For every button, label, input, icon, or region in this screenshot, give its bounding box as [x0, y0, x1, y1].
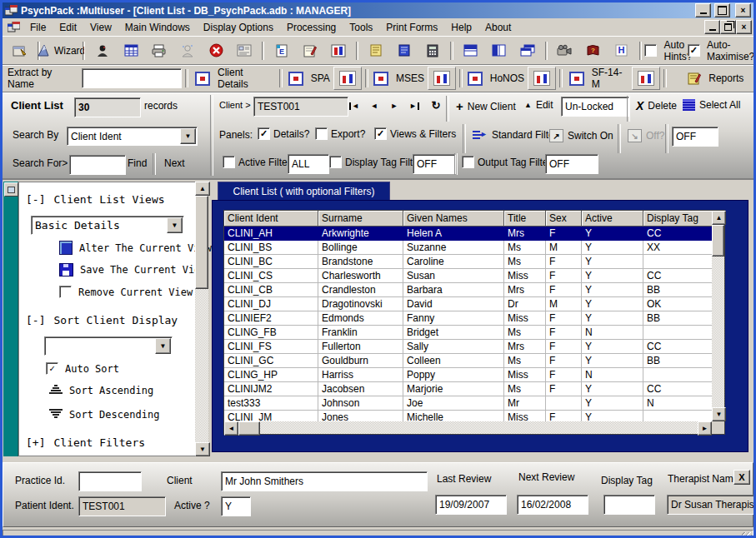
reports-button[interactable]: Reports — [685, 67, 748, 90]
column-header-title[interactable]: Title — [504, 211, 546, 227]
section-client-list-views[interactable]: [-]Client List Views — [26, 193, 165, 206]
menu-item-file[interactable]: File — [23, 20, 53, 35]
table-row[interactable]: CLING_FBFranklinBridgetMsFN — [224, 326, 712, 340]
display-tag-filter-checkbox[interactable] — [329, 156, 342, 168]
table-row[interactable]: CLINIJM2JacobsenMarjorieMsFYCC — [224, 382, 712, 396]
table-row[interactable]: CLINI_DJDragotinovskiDavidDrMYOKC-020823 — [224, 297, 712, 311]
column-header-active[interactable]: Active — [582, 211, 643, 227]
calculator-button[interactable] — [418, 39, 447, 62]
view-select[interactable]: Basic Details▼ — [31, 216, 184, 235]
switch-on-button[interactable]: ↗Switch On — [546, 127, 617, 144]
panel-toggle-button[interactable] — [4, 182, 18, 197]
spa-button[interactable]: SPA — [286, 67, 333, 90]
table-row[interactable]: CLINI_AHArkwrighteHelen AMrsFYCCC-020837 — [224, 227, 712, 241]
maximize-button[interactable] — [714, 3, 730, 17]
column-header-given-names[interactable]: Given Names — [403, 211, 504, 227]
views-filters-checkbox[interactable] — [374, 127, 387, 140]
column-header-client-ident[interactable]: Client Ident — [224, 211, 318, 227]
details-checkbox[interactable] — [258, 127, 270, 140]
honos-button[interactable]: HoNOS — [466, 67, 528, 90]
remove-view-button[interactable]: Remove Current View — [59, 286, 193, 298]
search-for-input[interactable] — [69, 155, 126, 175]
table-row[interactable]: CLINI_CSCharlesworthSusanMissFYCCAB02070… — [224, 269, 712, 283]
collapse-marker[interactable]: [-] — [26, 193, 45, 206]
edit-client-button[interactable]: ▲Edit — [521, 97, 557, 112]
nav-first-button[interactable]: ◄ — [345, 98, 363, 113]
nav-last-button[interactable]: ► — [405, 98, 423, 113]
auto-hints-toggle[interactable]: Auto Hints? — [645, 39, 692, 62]
grid-vertical-scrollbar[interactable]: ▲ ▼ — [712, 211, 724, 421]
nav-prev-button[interactable]: ◄ — [365, 98, 383, 113]
menu-item-print-forms[interactable]: Print Forms — [379, 20, 444, 35]
grid-horizontal-scrollbar[interactable]: ◄ ► — [224, 421, 712, 434]
sort-ascending-button[interactable]: Sort Ascending — [49, 385, 153, 396]
cascade-button[interactable] — [513, 39, 542, 62]
auto-sort-checkbox[interactable] — [46, 362, 58, 375]
sf14m-chart-button[interactable] — [632, 67, 660, 90]
client-details-button[interactable]: Client Details — [192, 67, 276, 90]
blue-report-button[interactable] — [390, 39, 418, 62]
text-editor-button[interactable]: E — [268, 39, 296, 62]
table-row[interactable]: CLINIEF2EdmondsFannyMissFYBB — [224, 311, 712, 326]
form-button[interactable] — [230, 39, 258, 62]
display-tag-input[interactable] — [603, 495, 655, 515]
menu-item-display-options[interactable]: Display Options — [197, 20, 280, 35]
menu-item-help[interactable]: Help — [444, 20, 478, 35]
mdi-restore-button[interactable] — [720, 20, 736, 34]
table-row[interactable]: CLING_HPHarrissPoppyMissFN — [224, 368, 712, 382]
auto-hints-checkbox[interactable] — [644, 44, 657, 57]
scroll-down-button[interactable]: ▼ — [712, 407, 726, 421]
auto-sort-toggle[interactable]: Auto Sort — [46, 362, 119, 375]
new-client-button[interactable]: +New Client — [453, 97, 519, 115]
column-header-sex[interactable]: Sex — [546, 211, 582, 227]
menu-item-about[interactable]: About — [478, 20, 518, 35]
delete-client-button[interactable]: XDelete — [633, 97, 680, 114]
table-row[interactable]: CLINI_FSFullertonSallyMrsFYCC — [224, 340, 712, 354]
auto-maximise-toggle[interactable]: Auto-Maximise? — [692, 39, 750, 62]
stop-button[interactable] — [202, 39, 230, 62]
last-review-input[interactable] — [435, 495, 507, 515]
collapse-marker[interactable]: [-] — [26, 314, 45, 326]
column-header-display-tag[interactable]: Display Tag — [643, 211, 712, 227]
sort-select[interactable]: ▼ — [44, 336, 173, 356]
active-input[interactable] — [221, 496, 251, 516]
scroll-down-button[interactable]: ▼ — [195, 442, 210, 456]
sf14m-button[interactable]: SF-14-M — [566, 67, 632, 90]
wizard-button[interactable]: Wizard — [43, 39, 79, 62]
help-book-button[interactable]: ? — [579, 39, 608, 62]
scroll-thumb[interactable] — [712, 225, 724, 257]
close-button[interactable]: × — [735, 3, 751, 17]
practice-id-input[interactable] — [78, 471, 142, 491]
chart-button[interactable] — [324, 39, 353, 62]
chevron-down-icon[interactable]: ▼ — [155, 338, 171, 354]
client-name-input[interactable] — [221, 471, 428, 491]
scroll-up-button[interactable]: ▲ — [195, 182, 210, 196]
active-filter-checkbox[interactable] — [223, 156, 235, 168]
switch-off-button[interactable]: ↘Off? — [624, 127, 668, 144]
chevron-down-icon[interactable]: ▼ — [167, 217, 183, 233]
scroll-track[interactable] — [712, 225, 724, 407]
print-button[interactable] — [145, 39, 173, 62]
menu-item-edit[interactable]: Edit — [53, 20, 83, 35]
section-client-filters[interactable]: [+]Client Filters — [26, 436, 145, 449]
scroll-right-button[interactable]: ► — [698, 421, 712, 436]
therapist-clear-button[interactable]: X — [733, 470, 750, 485]
menu-item-main-windows[interactable]: Main Windows — [118, 20, 197, 35]
client-list-tab[interactable]: Client List ( with optional Filters) — [218, 182, 390, 201]
sidebar-scrollbar[interactable]: ▲ ▼ — [195, 182, 208, 456]
menu-item-tools[interactable]: Tools — [343, 20, 379, 35]
nav-next-button[interactable]: ► — [385, 98, 403, 113]
table-row[interactable]: CLINI_BCBrandstoneCarolineMsFY — [224, 255, 712, 269]
mdi-minimize-button[interactable] — [704, 20, 720, 34]
views-filters-toggle[interactable]: Views & Filters — [374, 127, 456, 140]
hints-button[interactable]: H — [608, 39, 636, 62]
search-by-select[interactable]: Client Ident▼ — [67, 127, 198, 146]
scroll-track[interactable] — [195, 196, 208, 442]
tile-vertical-button[interactable] — [485, 39, 513, 62]
exit-form-button[interactable] — [6, 39, 34, 62]
remove-client-button[interactable] — [173, 39, 202, 62]
mses-button[interactable]: MSES — [372, 67, 428, 90]
client-list-button[interactable] — [117, 39, 145, 62]
auto-maximise-checkbox[interactable] — [688, 44, 700, 57]
remove-view-checkbox[interactable] — [59, 286, 72, 298]
